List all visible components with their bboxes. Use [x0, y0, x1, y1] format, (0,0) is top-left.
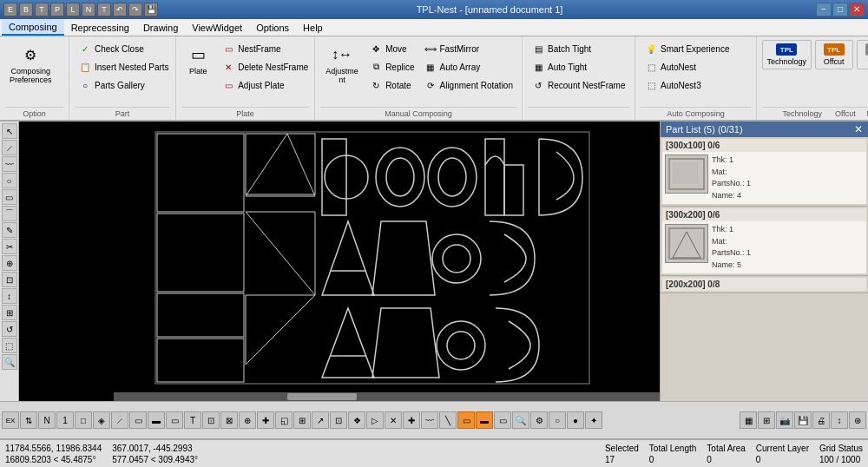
tool-arrows2[interactable]: ↗: [312, 411, 329, 429]
minimize-button[interactable]: −: [816, 3, 832, 16]
tool-x2[interactable]: ✕: [385, 411, 402, 429]
tool-4[interactable]: ○: [2, 173, 17, 188]
check-close-button[interactable]: ✓ Check Close: [75, 40, 173, 57]
fastmirror-icon: ⟺: [424, 42, 437, 56]
save-btn[interactable]: 💾: [144, 3, 158, 16]
tool-x[interactable]: ⊠: [220, 411, 238, 429]
coords-1: 11784.5566, 11986.8344: [5, 443, 102, 454]
part-group-3-header[interactable]: [200x200] 0/8: [662, 278, 866, 291]
menu-reprecessing[interactable]: Reprecessing: [64, 19, 136, 36]
tool-2[interactable]: ⟋: [2, 140, 17, 155]
parts-gallery-button[interactable]: ○ Parts Gallery: [75, 76, 173, 94]
tool-corner[interactable]: ◱: [275, 411, 293, 429]
recount-nestframe-button[interactable]: ↺ Recount NestFrame: [528, 76, 628, 94]
tool-diag[interactable]: ╲: [439, 411, 457, 429]
tool-magnet[interactable]: ⊡: [330, 411, 347, 429]
menu-viewwidget[interactable]: ViewWidget: [185, 19, 249, 36]
tool-3[interactable]: 〰: [2, 156, 17, 172]
offcut-button[interactable]: TPL Offcut: [815, 40, 853, 69]
tool-11[interactable]: ↕: [2, 288, 17, 304]
menu-composing[interactable]: Composing: [2, 19, 64, 36]
technology-button[interactable]: TPL Technology: [762, 40, 812, 69]
nestframe-button[interactable]: ▭ NestFrame: [218, 40, 312, 57]
part-group-1-header[interactable]: [300x100] 0/6: [662, 139, 866, 152]
menu-help[interactable]: Help: [296, 19, 330, 36]
rotate-button[interactable]: ↻ Rotate: [365, 76, 418, 94]
tool-grid2[interactable]: ⊞: [293, 411, 311, 429]
tool-wave[interactable]: 〰: [421, 411, 438, 429]
tool-12[interactable]: ⊞: [2, 305, 17, 320]
tool-15[interactable]: 🔍: [2, 354, 17, 370]
tool-special[interactable]: ⊛: [849, 411, 866, 429]
tool-orange1[interactable]: ▭: [457, 411, 475, 429]
tool-rect[interactable]: ▭: [129, 411, 147, 429]
adjustment-big-button[interactable]: ↕↔ Adjustment: [320, 40, 364, 88]
tool-10[interactable]: ⊡: [2, 272, 17, 287]
auto-tight-button[interactable]: ▦ Auto Tight: [528, 58, 628, 76]
tool-plus2[interactable]: ✚: [403, 411, 420, 429]
autonest3-button[interactable]: ⬚ AutoNest3: [641, 76, 733, 94]
tool-6[interactable]: ⌒: [2, 206, 17, 221]
tool-cross[interactable]: ⊕: [239, 411, 256, 429]
fastmirror-button[interactable]: ⟺ FastMirror: [420, 40, 517, 57]
alignment-rotation-button[interactable]: ⟳ Alignment Rotation: [420, 76, 517, 94]
auto-array-button[interactable]: ▦ Auto Array: [420, 58, 517, 76]
tool-t[interactable]: T: [184, 411, 201, 429]
tool-gear[interactable]: ⚙: [530, 411, 548, 429]
replice-button[interactable]: ⧉ Replice: [365, 58, 418, 76]
delete-nestframe-button[interactable]: ✕ Delete NestFrame: [218, 58, 312, 76]
tool-one[interactable]: 1: [56, 411, 74, 429]
tool-grid3[interactable]: ▦: [740, 411, 757, 429]
tool-arrows[interactable]: ⇅: [20, 411, 37, 429]
undo-btn[interactable]: ↶: [113, 3, 127, 16]
tool-grid[interactable]: ⊡: [202, 411, 220, 429]
move-button[interactable]: ✥ Move: [365, 40, 418, 57]
tool-line[interactable]: ⟋: [111, 411, 128, 429]
part-list-close[interactable]: ✕: [854, 123, 863, 135]
tool-13[interactable]: ↺: [2, 321, 17, 337]
tool-rect2[interactable]: ▭: [166, 411, 183, 429]
plate-button[interactable]: ▭ Plate: [181, 40, 214, 79]
tool-circle2[interactable]: ○: [549, 411, 566, 429]
delete-nestframe-icon: ✕: [221, 60, 235, 74]
tool-8[interactable]: ✂: [2, 239, 17, 254]
canvas-area[interactable]: Part List (5) (0/31) ✕ [300x100] 0/6 Thk…: [19, 122, 868, 401]
tool-circle-cross[interactable]: ◈: [93, 411, 110, 429]
menu-options[interactable]: Options: [249, 19, 296, 36]
tool-circle3[interactable]: ●: [567, 411, 584, 429]
close-button[interactable]: ✕: [849, 3, 865, 16]
current-layer-label: Current Layer: [756, 443, 809, 454]
tool-orange2[interactable]: ▬: [476, 411, 493, 429]
tool-plus[interactable]: ✚: [257, 411, 274, 429]
tool-save[interactable]: 💾: [794, 411, 812, 429]
tool-printer[interactable]: 🖨: [812, 411, 830, 429]
redo-btn[interactable]: ↷: [128, 3, 142, 16]
menu-drawing[interactable]: Drawing: [136, 19, 185, 36]
tool-play[interactable]: ▷: [366, 411, 384, 429]
tool-camera[interactable]: 📷: [776, 411, 793, 429]
part-group-2-header[interactable]: [300x200] 0/6: [662, 208, 866, 221]
maximize-button[interactable]: □: [832, 3, 848, 16]
tool-14[interactable]: ⬚: [2, 338, 17, 353]
tool-star[interactable]: ✦: [585, 411, 602, 429]
autonest-button[interactable]: ⬚ AutoNest: [641, 58, 733, 76]
tool-rect3[interactable]: ▭: [494, 411, 511, 429]
tool-grid4[interactable]: ⊞: [758, 411, 775, 429]
smart-experience-button[interactable]: 💡 Smart Experience: [641, 40, 733, 57]
tool-5[interactable]: ▭: [2, 189, 17, 205]
tool-7[interactable]: ✎: [2, 222, 17, 238]
tool-ex[interactable]: EX: [2, 411, 19, 429]
tool-dots[interactable]: ❖: [348, 411, 365, 429]
tool-n[interactable]: N: [38, 411, 56, 429]
tool-search[interactable]: 🔍: [512, 411, 529, 429]
tool-9[interactable]: ⊕: [2, 255, 17, 271]
adjust-plate-button[interactable]: ▭ Adjust Plate: [218, 76, 312, 94]
select-tool[interactable]: ↖: [2, 123, 17, 139]
tool-arrow3[interactable]: ↕: [831, 411, 848, 429]
composing-preferences-button[interactable]: ⚙ ComposingPreferences: [5, 40, 56, 88]
insert-nested-parts-button[interactable]: 📋 Insert Nested Parts: [75, 58, 173, 76]
tool-minus-rect[interactable]: ▬: [148, 411, 165, 429]
nc-button[interactable]: TPL NC: [857, 40, 868, 69]
tool-sq[interactable]: □: [75, 411, 92, 429]
batch-tight-button[interactable]: ▤ Batch Tight: [528, 40, 628, 57]
